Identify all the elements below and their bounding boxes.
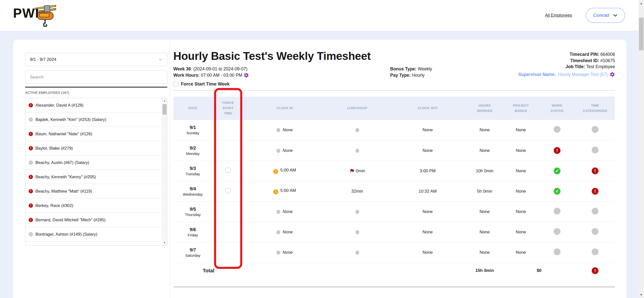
clock-in-cell: None <box>244 120 326 140</box>
scroll-up-icon[interactable]: ▲ <box>638 0 644 7</box>
table-bottom-divider <box>173 287 615 287</box>
scroll-down-icon[interactable]: ▼ <box>162 240 167 245</box>
employee-list-scrollbar[interactable]: ▲ ▼ <box>162 98 167 245</box>
status-alert-icon: ! <box>592 167 598 174</box>
date-cell: 9/1Sunday <box>173 120 212 140</box>
force-start-cell <box>212 222 244 242</box>
employee-list-item[interactable]: −Bontrager, Ashton (#149) (Salary) <box>25 227 167 241</box>
status-none-icon <box>554 228 560 235</box>
timecard-pin-line: Timecard PIN: 664006 <box>518 51 615 58</box>
clock-in-cell: !5:00 AM <box>244 181 326 201</box>
hours-worked-cell: None <box>466 242 503 263</box>
page-scrollbar-thumb[interactable] <box>639 18 643 50</box>
force-start-cell <box>212 201 244 222</box>
empty-dot-icon <box>355 230 359 234</box>
scroll-down-icon[interactable]: ▼ <box>638 291 644 298</box>
force-start-cell <box>212 242 244 263</box>
employee-name: Berkey, Race (#302) <box>35 203 73 208</box>
time-categorized-cell <box>575 140 615 161</box>
total-row: Total15h 0min$0! <box>173 263 615 279</box>
employee-list-item[interactable]: !Alexander, David A (#128) <box>25 98 167 112</box>
search-input[interactable] <box>25 70 167 84</box>
force-start-checkbox[interactable] <box>226 188 231 193</box>
inactive-minus-icon: − <box>29 160 33 165</box>
table-header-row: DATEFORCE START TIMECLOCK INLUNCH/GAPCLO… <box>173 97 615 120</box>
time-categorized-cell: ! <box>575 161 615 181</box>
force-start-cell <box>212 120 244 140</box>
empty-dot-icon <box>276 230 280 234</box>
pwi-logo[interactable]: PWI <box>13 3 57 28</box>
employee-list-item[interactable]: −Bajdek, Kenneth "Ken" (#253) (Salary) <box>25 112 167 127</box>
empty-dot-icon <box>276 210 280 214</box>
date-cell: 9/2Monday <box>173 140 212 161</box>
work-hours-line: Work Hours: 07:00 AM - 03:00 PM <box>173 72 390 78</box>
column-header: CLOCK OUT <box>389 97 466 120</box>
supervisor-link[interactable]: Hourly Manager Test (57) <box>558 71 608 78</box>
force-start-checkbox[interactable] <box>226 168 231 173</box>
time-categorized-cell: ! <box>575 181 615 201</box>
column-header: DATE <box>173 97 212 120</box>
employee-list-item[interactable]: !Beachy, Matthew "Matt" (#119) <box>25 184 167 198</box>
column-header: TIME CATEGORIZED <box>575 97 615 120</box>
status-none-icon <box>592 126 598 133</box>
all-employees-link[interactable]: All Employees <box>545 13 572 18</box>
employee-list-item[interactable]: !Bernard, David Mitchell "Mitch" (#285) <box>25 213 167 227</box>
employee-list-item[interactable]: !Berkey, Race (#302) <box>25 198 167 213</box>
employee-list-scrollbar-thumb[interactable] <box>163 104 167 115</box>
hours-worked-cell: 10h 0min <box>466 161 503 181</box>
clock-in-cell: None <box>244 201 326 222</box>
user-menu-button[interactable]: Conrad <box>586 8 625 23</box>
employee-list: ▲ ▼ !Alexander, David A (#128)−Bajdek, K… <box>25 98 167 246</box>
timesheet-row: 9/1SundayNoneNoneNoneNone <box>173 120 615 140</box>
empty-dot-icon <box>355 210 359 214</box>
total-time-categorized: ! <box>575 263 615 279</box>
alert-icon: ! <box>29 175 33 179</box>
scroll-up-icon[interactable]: ▲ <box>162 99 167 103</box>
employee-name: Baylor, Blake (#279) <box>35 146 73 151</box>
status-none-icon <box>592 248 598 255</box>
work-status-cell <box>539 120 575 140</box>
work-status-cell <box>539 222 575 242</box>
employee-list-item[interactable]: !Baum, Nathaniel "Nate" (#126) <box>25 127 167 141</box>
force-start-cell <box>212 140 244 161</box>
supervisor-line: Supervisor Name: Hourly Manager Test (57… <box>518 71 615 78</box>
pwi-logo-icon: PWI <box>13 3 57 27</box>
time-categorized-cell <box>575 201 615 222</box>
employee-list-item[interactable]: −Bontrager, Brian (#71) (Salary) <box>25 241 167 246</box>
status-alert-icon: ! <box>592 267 598 274</box>
time-categorized-cell <box>575 222 615 242</box>
empty-dot-icon <box>355 128 359 132</box>
force-start-cell <box>212 161 244 181</box>
force-start-cell <box>212 181 244 201</box>
work-hours-settings-gear-icon[interactable] <box>244 72 249 78</box>
page-scrollbar[interactable]: ▲ ▼ <box>638 0 644 298</box>
week-selector[interactable]: 9/1 - 9/7 2024 <box>25 53 167 66</box>
clock-out-cell: 10:32 AM <box>389 181 466 201</box>
alert-icon: ! <box>29 203 33 208</box>
employee-list-item[interactable]: !Baylor, Blake (#279) <box>25 141 167 155</box>
employee-list-item[interactable]: !Beachy, Kenneth "Kenny" (#205) <box>25 170 167 184</box>
status-alert-icon: ! <box>554 147 560 154</box>
timesheet-id-line: Timesheet ID: #10675 <box>518 58 615 64</box>
warning-icon: ! <box>273 189 278 194</box>
timesheet-meta: Timecard PIN: 664006 Timesheet ID: #1067… <box>518 51 615 77</box>
status-none-icon <box>592 228 598 235</box>
hours-worked-cell: None <box>466 201 503 222</box>
clock-in-cell: None <box>244 242 326 263</box>
supervisor-label: Supervisor Name: <box>518 71 556 78</box>
clock-out-cell: None <box>389 140 466 161</box>
supervisor-settings-gear-icon[interactable] <box>610 72 615 77</box>
date-cell: 9/7Saturday <box>173 242 212 263</box>
employee-list-item[interactable]: −Beachy, Austin (#67) (Salary) <box>25 155 167 170</box>
employee-name: Bernard, David Mitchell "Mitch" (#285) <box>35 218 106 222</box>
date-cell: 9/3Tuesday <box>173 161 212 181</box>
lunch-gap-cell: 32min <box>326 181 389 201</box>
project-bonus-cell: None <box>503 140 539 161</box>
timesheet-main: Hourly Basic Test's Weekly Timesheet Tim… <box>170 40 626 298</box>
empty-dot-icon <box>355 250 359 255</box>
employee-sidebar: 9/1 - 9/7 2024 ACTIVE EMPLOYEES (167) ▲ … <box>13 40 170 298</box>
force-start-time-week-checkbox[interactable] <box>173 82 178 87</box>
clock-out-cell: 3:00 PM <box>389 161 466 181</box>
empty-dot-icon <box>276 149 280 153</box>
force-start-time-week-row: Force Start Time Week <box>173 81 615 87</box>
